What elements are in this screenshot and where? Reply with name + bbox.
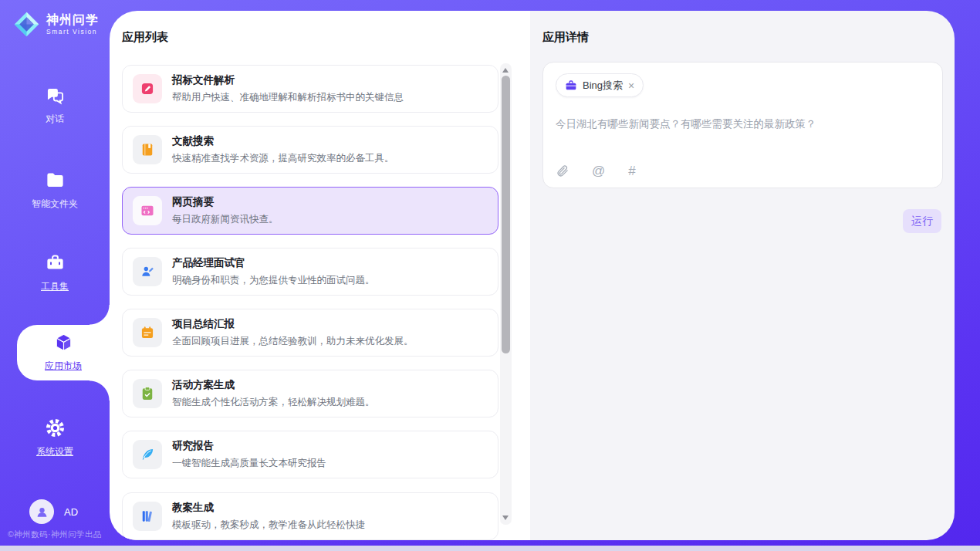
app-card-title: 教案生成 [172, 501, 365, 515]
paperclip-icon[interactable] [556, 164, 569, 177]
chip-close-icon[interactable]: × [628, 80, 634, 91]
avatar [29, 499, 54, 524]
sidebar-item-app-market[interactable]: 应用市场 [17, 332, 110, 373]
scroll-up-arrow-icon[interactable] [502, 68, 509, 73]
sidebar-item-toolset[interactable]: 工具集 [0, 252, 110, 293]
sidebar-item-settings[interactable]: 系统设置 [0, 417, 110, 458]
app-frame: 神州问学 Smart Vision 对话 智能文件夹 工具 [0, 0, 980, 546]
app-detail-panel: 应用详情 Bing搜索 × 今日湖北有哪些新闻要点？有哪些需要关注的最新政策？ … [530, 11, 955, 540]
mention-at-icon[interactable]: @ [592, 164, 605, 177]
tool-chip-label: Bing搜索 [583, 79, 623, 93]
app-card-desc: 模板驱动，教案秒成，教学准备从此轻松快捷 [172, 519, 365, 532]
person-icon [35, 505, 49, 519]
book-icon [133, 135, 162, 164]
app-list-title: 应用列表 [122, 30, 168, 45]
app-card-desc: 明确身份和职责，为您提供专业性的面试问题。 [172, 274, 375, 287]
gear-icon [45, 417, 66, 438]
app-card-desc: 全面回顾项目进展，总结经验教训，助力未来优化发展。 [172, 335, 414, 348]
app-card-title: 项目总结汇报 [172, 317, 414, 331]
query-text[interactable]: 今日湖北有哪些新闻要点？有哪些需要关注的最新政策？ [556, 117, 930, 131]
app-card-literature-search[interactable]: 文献搜索 快速精准查找学术资源，提高研究效率的必备工具。 [122, 126, 498, 174]
page-bottom-strip [0, 546, 980, 551]
app-card-research-report[interactable]: 研究报告 一键智能生成高质量长文本研究报告 [122, 431, 498, 478]
sidebar: 神州问学 Smart Vision 对话 智能文件夹 工具 [0, 0, 110, 546]
quill-icon [133, 440, 162, 469]
sidebar-item-label: 应用市场 [17, 360, 110, 373]
calendar-icon [133, 318, 162, 347]
tool-chip-bing-search[interactable]: Bing搜索 × [556, 73, 644, 97]
app-card-lesson-plan[interactable]: 教案生成 模板驱动，教案秒成，教学准备从此轻松快捷 [122, 492, 498, 540]
app-card-title: 活动方案生成 [172, 378, 375, 392]
app-card-desc: 帮助用户快速、准确地理解和解析招标书中的关键信息 [172, 91, 404, 104]
diamond-logo-icon [12, 10, 41, 39]
edit-square-icon [133, 74, 162, 103]
app-card-desc: 智能生成个性化活动方案，轻松解决规划难题。 [172, 396, 375, 409]
brand-name: 神州问学 [46, 14, 99, 26]
sidebar-item-label: 智能文件夹 [0, 198, 110, 211]
app-card-title: 网页摘要 [172, 195, 279, 209]
sidebar-item-label: 工具集 [0, 280, 110, 293]
chat-icon [45, 85, 66, 106]
interviewer-icon [133, 257, 162, 286]
run-button[interactable]: 运行 [903, 209, 941, 233]
app-card-project-summary[interactable]: 项目总结汇报 全面回顾项目进展，总结经验教训，助力未来优化发展。 [122, 309, 498, 357]
app-card-title: 产品经理面试官 [172, 256, 375, 270]
folder-icon [45, 170, 66, 191]
books-icon [133, 502, 162, 531]
toolbox-icon [45, 252, 66, 273]
sidebar-item-smart-folder[interactable]: 智能文件夹 [0, 170, 110, 211]
clipboard-check-icon [133, 379, 162, 408]
briefcase-icon [565, 79, 577, 92]
app-card-pm-interviewer[interactable]: 产品经理面试官 明确身份和职责，为您提供专业性的面试问题。 [122, 248, 498, 296]
app-list-panel: 应用列表 招标文件解析 帮助用户快速、准确地理解和解析招标书中的关键信息 文献搜… [110, 11, 530, 540]
app-card-title: 招标文件解析 [172, 73, 404, 87]
sidebar-item-label: 系统设置 [0, 445, 110, 458]
hash-icon[interactable]: # [628, 164, 635, 177]
app-list-scrollbar[interactable] [500, 63, 512, 525]
app-card-desc: 快速精准查找学术资源，提高研究效率的必备工具。 [172, 152, 394, 165]
sidebar-item-chat[interactable]: 对话 [0, 85, 110, 126]
user-initials: AD [64, 506, 78, 518]
app-card-title: 研究报告 [172, 439, 326, 453]
prompt-composer[interactable]: Bing搜索 × 今日湖北有哪些新闻要点？有哪些需要关注的最新政策？ @ # [542, 62, 943, 188]
scroll-down-arrow-icon[interactable] [502, 516, 509, 520]
app-card-desc: 一键智能生成高质量长文本研究报告 [172, 457, 326, 470]
sidebar-item-label: 对话 [0, 113, 110, 126]
app-detail-title: 应用详情 [542, 30, 589, 45]
browser-code-icon [133, 196, 162, 225]
cube-icon [53, 332, 74, 353]
scrollbar-thumb[interactable] [502, 76, 510, 353]
brand-subtitle: Smart Vision [46, 29, 99, 35]
app-card-bid-analysis[interactable]: 招标文件解析 帮助用户快速、准确地理解和解析招标书中的关键信息 [122, 65, 498, 113]
brand-logo: 神州问学 Smart Vision [12, 10, 99, 39]
app-card-event-plan[interactable]: 活动方案生成 智能生成个性化活动方案，轻松解决规划难题。 [122, 370, 498, 417]
app-card-desc: 每日政府新闻资讯快查。 [172, 213, 279, 226]
app-card-title: 文献搜索 [172, 134, 394, 148]
user-account[interactable]: AD [29, 499, 78, 524]
copyright-footer: ©神州数码·神州问学出品 [0, 529, 110, 540]
app-card-web-summary[interactable]: 网页摘要 每日政府新闻资讯快查。 [122, 187, 498, 235]
